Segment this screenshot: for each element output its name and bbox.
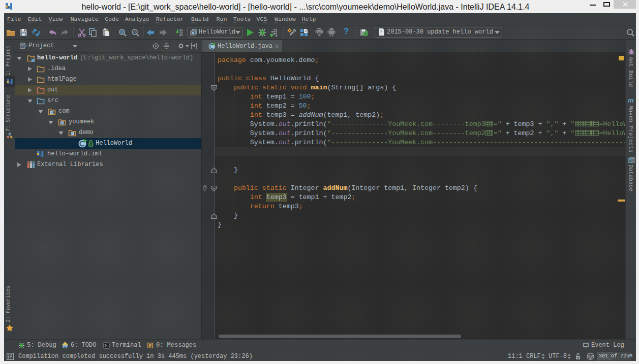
svg-text:01: 01	[179, 34, 182, 37]
svg-text:?: ?	[380, 29, 382, 35]
svg-text:A: A	[133, 29, 136, 35]
